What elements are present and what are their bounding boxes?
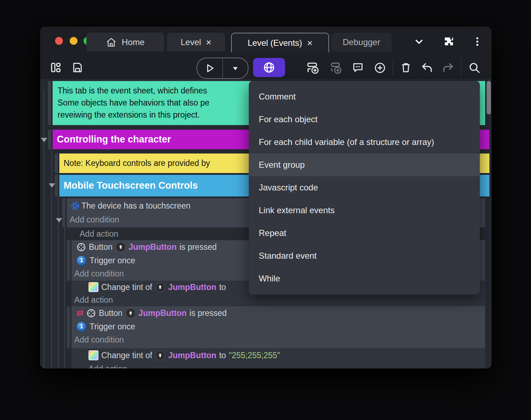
event-drag-handle[interactable] [62, 198, 65, 227]
collapse-toggle[interactable] [41, 138, 47, 142]
object-name: JumpButton [168, 282, 216, 292]
menu-item-for-each-object[interactable]: For each object [249, 108, 480, 131]
menu-item-label: Comment [259, 92, 296, 102]
add-subevent-button[interactable] [329, 61, 343, 75]
menu-item-label: For each child variable (of a structure … [259, 137, 434, 147]
event-drag-handle[interactable] [55, 175, 58, 196]
window-menu-button[interactable] [471, 35, 484, 48]
event-drag-handle[interactable] [48, 81, 51, 125]
tab-label: Level [181, 37, 201, 47]
app-window: Home Level × Level (Events) × Debugger [40, 27, 492, 368]
play-icon [204, 63, 215, 74]
menu-item-event-group[interactable]: Event group [249, 154, 480, 176]
add-condition-label: Add condition [70, 215, 119, 225]
undo-icon [420, 61, 433, 74]
add-comment-button[interactable] [352, 61, 364, 74]
condition-text: Trigger once [90, 322, 135, 332]
close-icon[interactable]: × [307, 38, 312, 48]
event-drag-handle[interactable] [67, 240, 70, 281]
tint-icon [88, 350, 98, 360]
collapse-toggle[interactable] [49, 183, 55, 188]
play-button[interactable] [197, 63, 222, 74]
action-text: Change tint of [101, 282, 152, 292]
condition-text: Button [89, 242, 113, 252]
menu-item-link-external-events[interactable]: Link external events [249, 199, 480, 222]
add-event-menu: Comment For each object For each child v… [249, 81, 480, 295]
delete-button[interactable] [400, 61, 412, 74]
globe-button[interactable] [253, 58, 285, 77]
gear-icon [70, 201, 80, 211]
extensions-button[interactable] [442, 35, 455, 48]
menu-item-repeat[interactable]: Repeat [249, 222, 480, 244]
tab-debugger[interactable]: Debugger [331, 33, 392, 52]
tab-home[interactable]: Home [86, 33, 164, 52]
menu-item-javascript-code[interactable]: Javascript code [249, 176, 480, 199]
tab-label: Debugger [343, 37, 380, 47]
object-name: JumpButton [129, 242, 177, 252]
add-event-button[interactable] [306, 61, 320, 75]
toolbar-divider [393, 59, 393, 76]
action-text: to [219, 351, 226, 360]
note-text: Note: Keyboard controls are provided by [64, 158, 210, 168]
add-action-link[interactable]: Add action [71, 362, 485, 368]
action-text: to [219, 282, 226, 292]
tab-level-events[interactable]: Level (Events) × [231, 33, 329, 52]
kanban-icon [50, 61, 62, 74]
menu-item-label: Event group [259, 160, 305, 170]
tab-overflow-button[interactable] [413, 35, 425, 48]
condition-text: is pressed [189, 308, 227, 318]
object-thumbnail-icon [125, 308, 136, 318]
scrollbar-thumb[interactable] [487, 81, 491, 114]
string-value: "255;255;255" [229, 351, 280, 360]
add-event-icon [306, 61, 320, 75]
undo-button[interactable] [420, 61, 433, 74]
search-button[interactable] [468, 61, 481, 74]
tab-label: Level (Events) [248, 38, 302, 48]
tint-icon [88, 282, 98, 292]
menu-item-standard-event[interactable]: Standard event [249, 244, 480, 267]
event-drag-handle[interactable] [67, 306, 70, 348]
button-pad-icon [76, 242, 86, 252]
add-action-label: Add action [74, 295, 113, 305]
tab-label: Home [122, 37, 144, 47]
condition-text: is pressed [179, 242, 217, 252]
puzzle-icon [444, 36, 454, 47]
group-title: Mobile Touchscreen Controls [64, 180, 198, 191]
trigger-once-icon: 1 [76, 322, 87, 332]
save-button[interactable] [71, 61, 84, 74]
kebab-icon [473, 36, 482, 47]
tab-level[interactable]: Level × [167, 33, 225, 52]
add-condition-link[interactable]: Add condition [71, 333, 485, 346]
traffic-minimize-button[interactable] [70, 37, 77, 45]
redo-icon [442, 61, 455, 74]
toolbar-divider [461, 59, 461, 76]
group-title: Controlling the character [57, 134, 171, 145]
traffic-close-button[interactable] [55, 37, 63, 45]
condition-text: The device has a touchscreen [81, 201, 191, 211]
indent-guide [64, 227, 65, 368]
invert-condition-icon: ⇄ [76, 309, 84, 317]
comment-icon [352, 61, 364, 74]
condition-text: Button [99, 308, 123, 318]
redo-button[interactable] [442, 61, 455, 74]
caret-down-icon [231, 64, 239, 72]
add-subevent-icon [329, 61, 343, 75]
event-drag-handle[interactable] [48, 130, 51, 149]
collapse-toggle[interactable] [56, 218, 62, 222]
object-name: JumpButton [168, 351, 216, 360]
panels-toggle-button[interactable] [50, 61, 62, 74]
menu-item-comment[interactable]: Comment [249, 85, 480, 108]
close-icon[interactable]: × [206, 38, 211, 47]
object-thumbnail-icon [155, 350, 165, 361]
play-options-button[interactable] [223, 64, 248, 72]
add-element-button[interactable] [374, 61, 386, 74]
trigger-once-icon: 1 [76, 255, 87, 266]
menu-item-while[interactable]: While [249, 267, 480, 290]
event-row[interactable]: ⇄ Button JumpButton is pressed 1 Trigger… [71, 306, 485, 348]
action-area[interactable]: Change tint of JumpButton to "255;255;25… [71, 348, 485, 368]
menu-item-for-each-child-variable[interactable]: For each child variable (of a structure … [249, 131, 480, 154]
event-drag-handle[interactable] [55, 154, 58, 173]
globe-icon [262, 61, 276, 74]
add-action-label: Add action [88, 364, 127, 369]
add-action-link[interactable]: Add action [71, 294, 485, 306]
